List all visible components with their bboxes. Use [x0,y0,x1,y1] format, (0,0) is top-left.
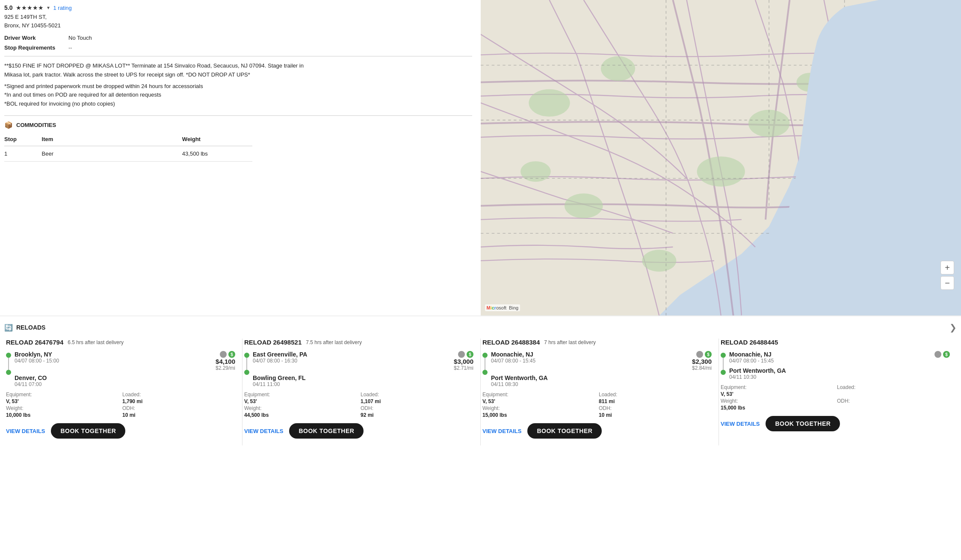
reload-card-header: RELOAD 26488384 7 hrs after last deliver… [482,339,712,346]
note-line1: **$150 FINE IF NOT DROPPED @ MIKASA LOT*… [4,62,304,80]
view-details-link[interactable]: VIEW DETAILS [482,428,521,434]
equip-label-weight: Weight: [244,405,357,411]
address-line2: Bronx, NY 10455-5021 [4,21,472,30]
origin-row: Moonachie, NJ 04/07 08:00 - 15:45 $ [729,351,950,364]
reloads-header: 🔄 RELOADS ❯ [4,322,957,333]
dest-dot [6,370,11,375]
equip-value-equipment: V, 53' [482,398,595,404]
svg-point-5 [697,156,745,187]
book-together-button[interactable]: BOOK TOGETHER [527,423,602,439]
price-per-mi: $2.84/mi [692,365,712,371]
divider-2 [4,115,472,116]
currency-icon-gray [934,351,941,358]
origin-date: 04/07 08:00 - 15:45 [491,358,692,364]
origin-dot [6,353,11,358]
view-details-link[interactable]: VIEW DETAILS [721,421,760,427]
origin-dot [721,353,726,358]
equip-value-loaded [837,391,950,397]
equip-label-weight: Weight: [482,405,595,411]
currency-icon-green: $ [228,351,235,358]
equip-label-odh: ODH: [599,405,712,411]
dest-date: 04/11 07:00 [15,381,235,387]
book-together-button[interactable]: BOOK TOGETHER [289,423,364,439]
currency-icon-green: $ [467,351,473,358]
equipment-row: Equipment: Loaded: V, 53' 811 mi Weight:… [482,392,712,418]
equipment-row: Equipment: Loaded: V, 53' Weight: ODH: 1… [721,384,950,411]
note-line4: *BOL required for invoicing (no photo co… [4,100,304,109]
reload-card-header: RELOAD 26498521 7.5 hrs after last deliv… [244,339,473,346]
route-details: East Greenville, PA 04/07 08:00 - 16:30 … [253,351,473,387]
reload-card: RELOAD 26498521 7.5 hrs after last deliv… [242,339,481,445]
zoom-out-button[interactable]: − [940,276,954,290]
reloads-chevron-right[interactable]: ❯ [949,322,957,333]
equip-label-odh: ODH: [122,405,235,411]
driver-work-label: Driver Work [4,35,56,41]
route-line [485,358,485,370]
reload-card-header: RELOAD 26488445 [721,339,950,346]
svg-point-4 [600,56,635,81]
equip-value-odh: 10 mi [599,412,712,418]
origin-dot [244,353,249,358]
equip-value-weight: 44,500 lbs [244,412,357,418]
equip-label-odh: ODH: [361,405,473,411]
driver-work-row: Driver Work No Touch [4,35,472,41]
price-col: $ $2,300 $2.84/mi [692,351,712,371]
origin-city: Moonachie, NJ [729,351,934,358]
route-info: Moonachie, NJ 04/07 08:00 - 15:45 $ $2,3… [482,351,712,387]
route-line [246,358,247,370]
origin-row: Moonachie, NJ 04/07 08:00 - 15:45 $ $2,3… [491,351,712,371]
dest-city: Denver, CO [15,374,235,381]
price-col: $ [934,351,950,358]
origin-date: 04/07 08:00 - 15:45 [729,358,934,364]
dest-info: Denver, CO 04/11 07:00 [15,374,235,387]
equip-value-odh: 92 mi [361,412,473,418]
rating-link[interactable]: 1 rating [53,5,71,11]
rating-row: 5.0 ★★★★★ ▾ 1 rating [4,4,472,11]
stop-req-row: Stop Requirements -- [4,44,472,51]
price-main: $2,300 [692,358,712,365]
book-together-button[interactable]: BOOK TOGETHER [51,423,125,439]
route-info: East Greenville, PA 04/07 08:00 - 16:30 … [244,351,473,387]
card-actions: VIEW DETAILS BOOK TOGETHER [6,423,235,439]
dest-info: Port Wentworth, GA 04/11 10:30 [729,367,950,380]
price-col: $ $3,000 $2.71/mi [454,351,473,371]
stars-icon: ★★★★★ [16,4,44,11]
view-details-link[interactable]: VIEW DETAILS [6,428,45,434]
book-together-button[interactable]: BOOK TOGETHER [766,416,840,431]
map-controls: + − [940,261,954,290]
map-svg [481,0,961,315]
dest-city: Port Wentworth, GA [729,367,950,374]
origin-info: Moonachie, NJ 04/07 08:00 - 15:45 [491,351,692,364]
reloads-label: RELOADS [16,324,45,331]
equip-value-equipment: V, 53' [721,391,834,397]
col-stop: Stop [4,134,42,146]
stop-req-value: -- [68,44,72,51]
equip-value-loaded: 1,790 mi [122,398,235,404]
zoom-in-button[interactable]: + [940,261,954,274]
notes: **$150 FINE IF NOT DROPPED @ MIKASA LOT*… [4,62,304,109]
dest-city: Bowling Green, FL [253,374,473,381]
reload-icon: 🔄 [4,324,13,332]
route-details: Brooklyn, NY 04/07 08:00 - 15:00 $ $4,10… [15,351,235,387]
equip-value-weight: 10,000 lbs [6,412,119,418]
reload-id: RELOAD 26488384 [482,339,540,346]
reload-timing: 7.5 hrs after last delivery [306,339,362,345]
equip-label-equipment: Equipment: [482,392,595,398]
equip-label-equipment: Equipment: [244,392,357,398]
route-line [723,358,724,370]
route-details: Moonachie, NJ 04/07 08:00 - 15:45 $ $2,3… [491,351,712,387]
equip-value-weight: 15,000 lbs [482,412,595,418]
map-container: + − Microsoft Microsoft Bing Bing [481,0,961,315]
note-line2: *Signed and printed paperwork must be dr… [4,82,304,91]
card-actions: VIEW DETAILS BOOK TOGETHER [244,423,473,439]
item-cell: Beer [42,146,182,161]
price-col: $ $4,100 $2.29/mi [216,351,235,371]
equip-value-loaded: 1,107 mi [361,398,473,404]
equip-label-loaded: Loaded: [599,392,712,398]
address: 925 E 149TH ST, Bronx, NY 10455-5021 [4,13,472,29]
dest-dot [482,370,488,375]
route-dots [244,351,249,387]
driver-work-value: No Touch [68,35,92,41]
svg-point-3 [529,89,570,117]
view-details-link[interactable]: VIEW DETAILS [244,428,283,434]
